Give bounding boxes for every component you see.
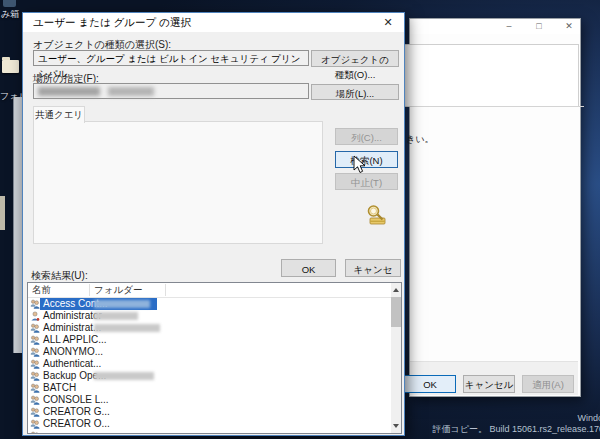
group-icon [30,407,40,417]
search-results-list[interactable]: 名前 フォルダー Access Cont...AdministratorAdmi… [27,282,402,434]
cancel-button[interactable]: キャンセル [345,259,401,277]
search-magnifier-icon [361,204,387,231]
list-item[interactable]: Authenticat... [29,358,391,370]
partial-desktop-icon[interactable] [0,196,5,230]
common-queries-groupbox [33,121,323,244]
column-header-folder[interactable]: フォルダー [94,284,142,297]
column-divider[interactable] [89,284,90,296]
columns-button[interactable]: 列(C)... [335,128,398,145]
group-icon [30,335,40,345]
search-button[interactable]: 検索(N) [335,151,398,168]
close-icon[interactable]: ✕ [375,14,401,31]
tab-common-queries[interactable]: 共通クエリ [33,106,85,123]
object-types-button[interactable]: オブジェクトの種類(O)... [311,50,399,67]
group-icon [30,419,40,429]
list-header: 名前 フォルダー [28,283,401,298]
scroll-down-icon[interactable] [393,424,399,428]
list-item[interactable]: ALL APPLIC... [29,334,391,346]
list-item[interactable] [29,430,391,434]
object-types-field: ユーザー、グループ または ビルトイン セキュリティ プリンシパル [33,50,309,66]
minimize-icon[interactable]: – [498,20,520,33]
ok-button[interactable]: OK [281,259,336,277]
background-group-box [404,44,579,107]
location-field [33,83,309,99]
redacted-folder [94,372,154,380]
eval-watermark: Windows 評価コピー。 Build 15061.rs2_release.1… [432,413,600,435]
redacted-folder [94,312,138,320]
redacted-folder [94,324,160,332]
list-item[interactable]: Access Cont... [29,298,391,310]
select-users-groups-dialog: ユーザー または グループ の選択 ✕ オブジェクトの種類の選択(S): ユーザ… [22,12,405,436]
locations-button[interactable]: 場所(L)... [311,84,399,100]
list-item[interactable]: ANONYMO... [29,346,391,358]
group-icon [30,359,40,369]
watermark-line2: 評価コピー。 Build 15061.rs2_release.17031 [432,424,600,435]
redacted-folder [94,300,150,308]
user-icon [30,311,40,321]
scroll-up-icon[interactable] [393,288,399,292]
list-item[interactable]: Backup Ope... [29,370,391,382]
dialog-titlebar: ユーザー または グループ の選択 ✕ [23,13,404,32]
group-icon [30,323,40,333]
folder-icon[interactable] [2,60,19,73]
background-window: – □ ✕ きい。 OK キャンセル 適用(A) [409,18,581,397]
scrollbar-thumb[interactable] [391,297,401,327]
group-icon [30,395,40,405]
watermark-line1: Windows [432,413,600,424]
divider [404,106,584,107]
apply-button[interactable]: 適用(A) [522,375,574,393]
column-header-name[interactable]: 名前 [32,284,51,297]
result-name: Administrat... [43,322,101,334]
search-results-label: 検索結果(U): [31,269,88,283]
result-name: BATCH [43,382,76,394]
list-item[interactable]: CONSOLE L... [29,394,391,406]
group-icon [30,383,40,393]
group-icon [30,299,40,309]
list-item[interactable]: CREATOR G... [29,406,391,418]
list-item[interactable]: Administrat... [29,322,391,334]
redacted-location-text [38,87,100,96]
instruction-text-fragment: きい。 [406,133,433,146]
vertical-scrollbar[interactable] [391,283,401,433]
list-item[interactable]: BATCH [29,382,391,394]
result-name: ALL APPLIC... [43,334,107,346]
background-window-titlebar: – □ ✕ [410,19,580,34]
group-icon [30,431,40,434]
list-item[interactable]: Administrator [29,310,391,322]
group-icon [30,371,40,381]
group-icon [30,347,40,357]
result-name: CONSOLE L... [43,394,109,406]
cancel-button[interactable]: キャンセル [463,375,515,393]
result-name: Authenticat... [43,358,101,370]
recycle-bin-label: み箱 [1,8,19,21]
results-rows: Access Cont...AdministratorAdministrat..… [29,298,391,434]
column-divider[interactable] [165,284,166,296]
list-item[interactable]: CREATOR O... [29,418,391,430]
result-name: CREATOR G... [43,406,110,418]
recycle-bin-icon[interactable] [3,0,16,7]
desktop: み箱 フォル Windows 評価コピー。 Build 15061.rs2_re… [0,0,600,439]
ok-button[interactable]: OK [404,375,456,393]
redacted-location-text [108,87,154,96]
dialog-title: ユーザー または グループ の選択 [33,16,191,30]
result-name: ANONYMO... [43,346,103,358]
close-icon[interactable]: ✕ [558,20,580,33]
stop-button[interactable]: 中止(T) [335,173,398,190]
result-name: CREATOR O... [43,418,110,430]
maximize-icon[interactable]: □ [528,20,550,33]
mouse-cursor [353,155,366,178]
